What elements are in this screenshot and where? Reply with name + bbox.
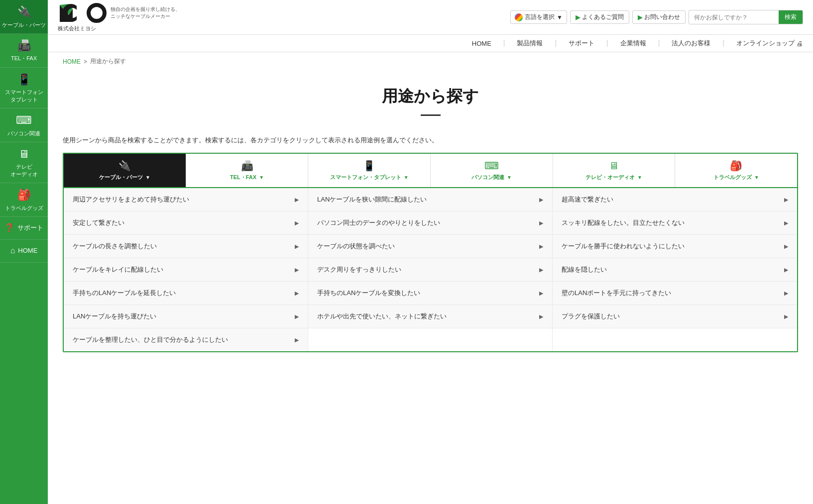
grid-item[interactable]: ケーブルの長さを調整したい ▶ [64, 235, 308, 258]
grid-item[interactable]: ケーブルを勝手に使われないようにしたい ▶ [553, 235, 797, 258]
travel-icon: 🎒 [17, 188, 31, 202]
pc-tab-label: パソコン関連 ▼ [471, 174, 512, 181]
sidebar-item-tv-label: テレビオーディオ [10, 163, 38, 178]
arrow-icon: ▶ [638, 14, 642, 21]
travel-tab-label: トラベルグッズ ▼ [713, 174, 759, 181]
grid-item[interactable]: 手持ちのLANケーブルを変換したい ▶ [308, 282, 553, 305]
page-title-area: 用途から探す [48, 71, 813, 126]
grid-item[interactable]: LANケーブルを狭い隙間に配線したい ▶ [308, 188, 553, 211]
grid-item-text: パソコン同士のデータのやりとりをしたい [317, 218, 440, 227]
language-button[interactable]: 言語を選択 ▼ [510, 10, 567, 24]
sidebar-item-home[interactable]: ⌂ HOME [0, 240, 48, 263]
arrow-icon: ▶ [576, 14, 580, 21]
grid-item-text: ケーブルの長さを調整したい [73, 242, 157, 251]
breadcrumb-home[interactable]: HOME [63, 58, 81, 65]
page-title: 用途から探す [58, 86, 803, 107]
grid-item[interactable]: 安定して繋ぎたい ▶ [64, 211, 308, 235]
main-content: 独自の企画を掘り求し続ける、 ニッチなケーブルメーカー 株式会社ミヨシ 言語を選… [48, 0, 813, 352]
arrow-right-icon: ▶ [295, 337, 299, 343]
arrow-right-icon: ▶ [539, 290, 543, 297]
sidebar-item-home-label: HOME [18, 247, 37, 255]
grid-item[interactable]: 超高速で繋ぎたい ▶ [553, 188, 797, 211]
tv-tab-label: テレビ・オーディオ ▼ [585, 174, 642, 181]
grid-item-text: LANケーブルを狭い隙間に配線したい [317, 195, 427, 204]
pc-icon: ⌨ [16, 113, 32, 128]
category-tabs: 🔌 ケーブル・パーツ ▼ 📠 TEL・FAX ▼ 📱 スマートフォン・タブレット… [64, 154, 797, 188]
nav-company[interactable]: 企業情報 [620, 39, 646, 48]
travel-tab-icon: 🎒 [730, 160, 742, 172]
sidebar-item-telfax-label: TEL・FAX [11, 55, 37, 62]
telfax-tab-label: TEL・FAX ▼ [230, 174, 264, 181]
arrow-right-icon: ▶ [784, 267, 788, 273]
sidebar-item-smartphone[interactable]: 📱 スマートフォンタブレット [0, 68, 48, 108]
grid-item[interactable]: 周辺アクセサリをまとめて持ち運びたい ▶ [64, 188, 308, 211]
grid-item[interactable]: 壁のLANポートを手元に持ってきたい ▶ [553, 282, 797, 305]
faq-link[interactable]: ▶ よくあるご質問 [570, 10, 629, 24]
grid-item-text: デスク周りをすっきりしたい [317, 265, 401, 274]
grid-item-text: 配線を隠したい [562, 265, 607, 274]
arrow-right-icon: ▶ [784, 220, 788, 226]
grid-item-text: ケーブルの状態を調べたい [317, 242, 395, 251]
grid-empty [553, 328, 797, 351]
sidebar-item-tv[interactable]: 🖥 テレビオーディオ [0, 142, 48, 183]
grid-item[interactable]: ケーブルの状態を調べたい ▶ [308, 235, 553, 258]
sidebar-item-support[interactable]: ❓ サポート [0, 217, 48, 240]
grid-item-wide[interactable]: ケーブルを整理したい、ひと目で分かるようにしたい ▶ [64, 328, 308, 351]
grid-item-text: プラグを保護したい [562, 312, 620, 321]
grid-item-text: 周辺アクセサリをまとめて持ち運びたい [73, 195, 189, 204]
grid-item[interactable]: 配線を隠したい ▶ [553, 258, 797, 282]
arrow-right-icon: ▶ [784, 197, 788, 203]
arrow-right-icon: ▶ [784, 290, 788, 297]
nav-support[interactable]: サポート [569, 39, 594, 48]
arrow-right-icon: ▶ [539, 313, 543, 320]
arrow-right-icon: ▶ [539, 197, 543, 203]
svg-point-2 [89, 5, 105, 21]
sidebar-item-cable[interactable]: 🔌 ケーブル・パーツ [0, 0, 48, 34]
tab-travel[interactable]: 🎒 トラベルグッズ ▼ [675, 154, 797, 187]
grid-item-text: 手持ちのLANケーブルを延長したい [73, 289, 176, 298]
arrow-right-icon: ▶ [784, 313, 788, 320]
grid-item[interactable]: LANケーブルを持ち運びたい ▶ [64, 305, 308, 328]
grid-item[interactable]: 手持ちのLANケーブルを延長したい ▶ [64, 282, 308, 305]
tab-smartphone[interactable]: 📱 スマートフォン・タブレット ▼ [308, 154, 431, 187]
sidebar-item-pc[interactable]: ⌨ パソコン関連 [0, 108, 48, 142]
tab-pc[interactable]: ⌨ パソコン関連 ▼ [431, 154, 553, 187]
grid-item-text: 安定して繋ぎたい [73, 218, 124, 227]
arrow-right-icon: ▶ [295, 220, 299, 226]
grid-item-text: ケーブルを勝手に使われないようにしたい [562, 242, 685, 251]
grid-item[interactable]: パソコン同士のデータのやりとりをしたい ▶ [308, 211, 553, 235]
arrow-right-icon: ▶ [295, 290, 299, 297]
arrow-right-icon: ▶ [295, 243, 299, 250]
tab-telfax[interactable]: 📠 TEL・FAX ▼ [186, 154, 309, 187]
nav-shop[interactable]: オンラインショップ 🖨 [736, 39, 803, 48]
grid-item[interactable]: ホテルや出先で使いたい、ネットに繋ぎたい ▶ [308, 305, 553, 328]
pc-tab-icon: ⌨ [484, 160, 499, 172]
arrow-right-icon: ▶ [784, 243, 788, 250]
grid-item[interactable]: プラグを保護したい ▶ [553, 305, 797, 328]
arrow-right-icon: ▶ [539, 267, 543, 273]
nav-home[interactable]: HOME [472, 39, 491, 48]
search-button[interactable]: 検索 [779, 10, 803, 24]
grid-item[interactable]: デスク周りをすっきりしたい ▶ [308, 258, 553, 282]
grid-item[interactable]: スッキリ配線をしたい。目立たせたくない ▶ [553, 211, 797, 235]
tab-cable[interactable]: 🔌 ケーブル・パーツ ▼ [64, 154, 186, 187]
title-underline [421, 114, 441, 116]
company-name: 株式会社ミヨシ [58, 25, 180, 32]
cable-icon: 🔌 [17, 5, 31, 19]
grid-item[interactable]: ケーブルをキレイに配線したい ▶ [64, 258, 308, 282]
contact-link[interactable]: ▶ お問い合わせ [632, 10, 686, 24]
grid-item-text: ケーブルをキレイに配線したい [73, 265, 163, 274]
grid-item-text: LANケーブルを持ち運びたい [73, 312, 156, 321]
lang-label: 言語を選択 [525, 13, 555, 21]
nav-products[interactable]: 製品情報 [517, 39, 543, 48]
sidebar: 🔌 ケーブル・パーツ 📠 TEL・FAX 📱 スマートフォンタブレット ⌨ パソ… [0, 0, 48, 367]
sidebar-item-travel[interactable]: 🎒 トラベルグッズ [0, 183, 48, 217]
search-box: 検索 [689, 10, 803, 24]
cable-tab-label: ケーブル・パーツ ▼ [99, 174, 150, 181]
search-input[interactable] [689, 11, 779, 23]
shop-icon: 🖨 [797, 40, 803, 47]
sidebar-item-telfax[interactable]: 📠 TEL・FAX [0, 34, 48, 68]
nav-corporate[interactable]: 法人のお客様 [672, 39, 710, 48]
tv-tab-icon: 🖥 [609, 160, 619, 172]
tab-tv[interactable]: 🖥 テレビ・オーディオ ▼ [553, 154, 676, 187]
